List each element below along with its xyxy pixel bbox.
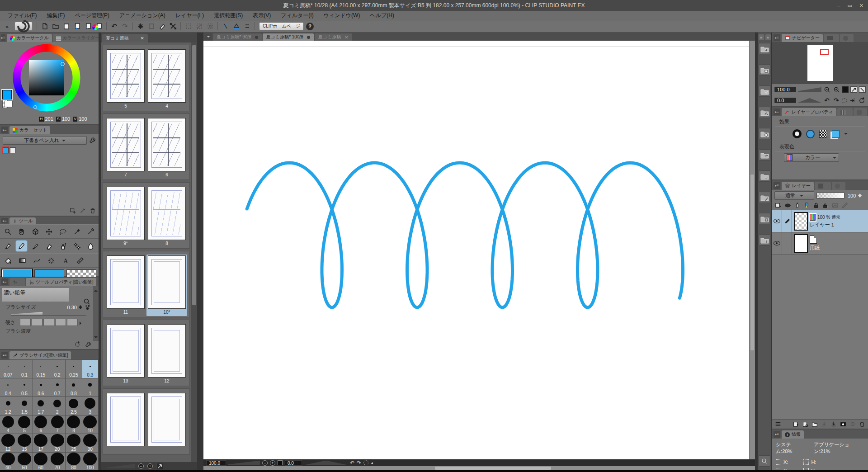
enable-mask-icon[interactable] (832, 202, 839, 209)
brush-size-cell[interactable]: 0.1 (16, 360, 33, 378)
fit-to-screen-icon[interactable] (278, 460, 283, 465)
brush-size-cell[interactable]: 0.4 (0, 378, 16, 397)
menu-item[interactable]: ページ管理(P) (70, 11, 114, 20)
blend-mode-select[interactable]: 通常 (774, 191, 814, 200)
undo-icon[interactable]: ↶ (109, 21, 119, 31)
transform-button[interactable] (168, 21, 178, 31)
page-cell[interactable]: 9* (105, 186, 146, 247)
rotate-left-icon[interactable]: ↶ (823, 97, 831, 104)
tab-subview[interactable] (824, 34, 839, 42)
brush-size-cell[interactable]: 0.5 (16, 378, 33, 397)
edit-target-cell[interactable] (782, 210, 792, 232)
brush-size-cell[interactable]: 17 (33, 434, 49, 453)
operation-tool[interactable] (30, 226, 41, 237)
page-thumbnail[interactable] (107, 393, 145, 446)
zoom-in-icon[interactable]: + (270, 460, 275, 466)
menu-item[interactable]: 編集(E) (42, 11, 70, 20)
brush-size-cell[interactable]: 12 (0, 434, 16, 453)
material-folder-pen[interactable] (759, 192, 770, 203)
trash-icon[interactable] (90, 208, 96, 214)
material-folder-illustration[interactable] (759, 64, 770, 76)
pencil-tool[interactable] (16, 241, 27, 251)
reset-icon[interactable] (74, 341, 80, 348)
brush-size-value[interactable]: 0.30 (67, 305, 77, 310)
document-tab[interactable]: 夏コミ原稿 ✕ (315, 33, 352, 41)
tab-navigator[interactable]: ナビゲーター (782, 34, 823, 42)
layer-row-1[interactable]: 100 % 通常 レイヤー 1 (772, 210, 868, 232)
text-tool[interactable]: A (60, 255, 71, 266)
brush-size-cell[interactable]: 0.07 (0, 360, 16, 378)
new-folder-icon[interactable] (811, 421, 818, 427)
rotate-right-icon[interactable]: ↷ (357, 460, 361, 466)
tab-color-slider[interactable]: カラースライダー (53, 34, 103, 42)
menu-item[interactable]: 表示(V) (248, 11, 276, 20)
navigator-zoom-slider[interactable] (798, 87, 821, 92)
color-set-preset-select[interactable]: 下書きペン入れ (3, 136, 87, 145)
snap-special-ruler-button[interactable] (231, 21, 241, 31)
material-folder-background[interactable] (759, 170, 770, 182)
tab-color-circle[interactable]: カラーサークル (7, 34, 52, 42)
border-effect-icon[interactable] (793, 129, 802, 138)
page-cell[interactable]: 7 (105, 117, 146, 179)
menu-item[interactable]: 選択範囲(S) (209, 11, 248, 20)
navigator-view-rect[interactable] (820, 49, 829, 55)
brush-size-cell[interactable]: 70 (49, 453, 66, 470)
material-folder-effect[interactable] (759, 149, 770, 160)
material-folder-3d-object[interactable] (759, 128, 770, 139)
ruler-layer-icon[interactable] (841, 202, 848, 209)
wrench-icon[interactable] (85, 341, 91, 348)
saturation-value-square[interactable] (29, 60, 64, 95)
panel-menu-icon[interactable]: ▸≡ (1, 218, 8, 223)
layer-color-icon[interactable] (832, 130, 840, 138)
hardness-steps[interactable] (20, 319, 78, 326)
panel-menu-icon[interactable]: ▸≡ (1, 127, 8, 133)
snap-ruler-button[interactable] (220, 21, 231, 31)
brush-size-cell[interactable]: 1.7 (33, 397, 49, 415)
navigator-rotation-value[interactable]: 0.0 (774, 98, 796, 103)
new-file-button[interactable] (39, 21, 50, 31)
reference-layer-icon[interactable] (794, 202, 801, 209)
brush-size-cell[interactable]: 50 (16, 453, 33, 470)
page-thumbnail[interactable] (107, 49, 145, 103)
navigator-preview[interactable] (772, 42, 868, 84)
merge-down-icon[interactable] (830, 421, 837, 427)
flip-horizontal-icon[interactable] (850, 86, 857, 93)
clip-studio-logo-button[interactable] (14, 22, 33, 31)
brush-size-cell[interactable]: 4 (0, 415, 16, 434)
menu-item[interactable]: レイヤー(L) (170, 11, 209, 20)
sv-cursor-icon[interactable] (61, 62, 65, 66)
scroll-up-icon[interactable] (94, 288, 98, 292)
brush-size-cell[interactable]: 0.2 (49, 360, 66, 378)
selection-tool[interactable] (57, 226, 69, 237)
visibility-cell[interactable] (772, 210, 782, 232)
tab-tool-property[interactable]: ツールプロパティ[濃い鉛筆] (26, 278, 96, 286)
zoom-out-icon[interactable]: − (262, 460, 268, 466)
brush-size-cell[interactable]: 7 (49, 415, 66, 434)
page-thumbnail[interactable] (148, 187, 186, 240)
collapse-left-icon[interactable]: « (2, 21, 12, 31)
visibility-cell[interactable] (772, 232, 782, 254)
brush-size-cell[interactable]: 8 (66, 415, 82, 434)
expression-color-select[interactable]: カラー (784, 153, 839, 162)
main-color-chip[interactable] (2, 90, 12, 99)
brush-size-cell[interactable]: 20 (49, 434, 66, 453)
canvas-vertical-scrollbar[interactable] (749, 41, 755, 459)
brush-size-cell[interactable]: 2.5 (66, 397, 82, 415)
tone-effect-icon[interactable] (819, 130, 827, 138)
swatch-white[interactable] (10, 147, 16, 153)
brush-size-cell[interactable]: 0.25 (66, 360, 82, 378)
clip-home-button[interactable]: CLIPホームページ (259, 22, 304, 30)
palette-color-icon[interactable] (775, 202, 782, 209)
panel-menu-icon[interactable]: ▸≡ (1, 34, 5, 41)
zoom-out-icon[interactable] (823, 86, 831, 93)
page-cell[interactable]: 8 (146, 186, 187, 247)
brush-size-stepper[interactable] (79, 303, 82, 311)
canvas-horizontal-scrollbar[interactable] (203, 466, 755, 470)
tab-tools[interactable]: ツール (9, 217, 36, 224)
canvas[interactable] (203, 41, 749, 459)
delete-layer-icon[interactable] (859, 421, 865, 427)
apply-mask-icon[interactable] (849, 421, 856, 427)
extract-line-icon[interactable] (806, 130, 815, 138)
page-cell[interactable]: 5 (105, 48, 146, 110)
brush-size-cell[interactable]: 0.15 (33, 360, 49, 378)
